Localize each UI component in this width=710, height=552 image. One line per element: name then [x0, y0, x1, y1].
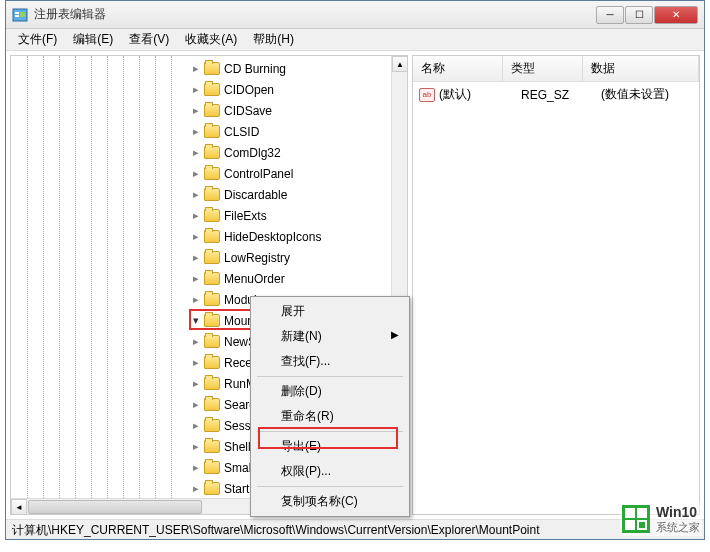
col-type[interactable]: 类型	[503, 56, 583, 81]
tree-item-label: Discardable	[224, 188, 287, 202]
tree-item-label: CD Burning	[224, 62, 286, 76]
tree-item[interactable]: ▸Discardable	[13, 184, 389, 205]
tree-expander-icon[interactable]: ▸	[189, 188, 203, 202]
tree-item[interactable]: ▸MenuOrder	[13, 268, 389, 289]
maximize-button[interactable]: ☐	[625, 6, 653, 24]
folder-icon	[204, 335, 220, 348]
folder-icon	[204, 398, 220, 411]
context-item[interactable]: 删除(D)	[253, 379, 407, 404]
tree-item-label: CIDOpen	[224, 83, 274, 97]
context-item[interactable]: 查找(F)...	[253, 349, 407, 374]
list-header: 名称 类型 数据	[413, 56, 699, 82]
folder-icon	[204, 440, 220, 453]
folder-icon	[204, 356, 220, 369]
watermark-line1: Win10	[656, 504, 700, 521]
tree-expander-icon[interactable]: ▸	[189, 419, 203, 433]
context-item[interactable]: 权限(P)...	[253, 459, 407, 484]
tree-expander-icon[interactable]: ▸	[189, 377, 203, 391]
menubar: 文件(F) 编辑(E) 查看(V) 收藏夹(A) 帮助(H)	[6, 29, 704, 51]
menu-view[interactable]: 查看(V)	[121, 29, 177, 50]
titlebar[interactable]: 注册表编辑器 ─ ☐ ✕	[6, 1, 704, 29]
tree-item-label: CLSID	[224, 125, 259, 139]
menu-favorites[interactable]: 收藏夹(A)	[177, 29, 245, 50]
close-button[interactable]: ✕	[654, 6, 698, 24]
folder-icon	[204, 104, 220, 117]
tree-item[interactable]: ▸CD Burning	[13, 58, 389, 79]
folder-icon	[204, 209, 220, 222]
tree-expander-icon[interactable]: ▸	[189, 461, 203, 475]
tree-expander-icon[interactable]: ▸	[189, 272, 203, 286]
value-name: (默认)	[439, 86, 521, 103]
svg-rect-3	[20, 12, 25, 17]
hscroll-thumb[interactable]	[28, 500, 202, 514]
context-item[interactable]: 导出(E)	[253, 434, 407, 459]
list-body: ab (默认) REG_SZ (数值未设置)	[413, 82, 699, 514]
tree-item[interactable]: ▸FileExts	[13, 205, 389, 226]
tree-item[interactable]: ▸ComDlg32	[13, 142, 389, 163]
tree-expander-icon[interactable]: ▸	[189, 62, 203, 76]
watermark-logo-icon	[622, 505, 650, 533]
tree-item-label: CIDSave	[224, 104, 272, 118]
col-name[interactable]: 名称	[413, 56, 503, 81]
tree-expander-icon[interactable]: ▸	[189, 251, 203, 265]
tree-item[interactable]: ▸ControlPanel	[13, 163, 389, 184]
folder-icon	[204, 146, 220, 159]
folder-icon	[204, 461, 220, 474]
col-data[interactable]: 数据	[583, 56, 699, 81]
folder-icon	[204, 251, 220, 264]
value-data: (数值未设置)	[601, 86, 693, 103]
svg-rect-1	[15, 12, 19, 14]
context-item[interactable]: 重命名(R)	[253, 404, 407, 429]
tree-expander-icon[interactable]: ▸	[189, 167, 203, 181]
list-row[interactable]: ab (默认) REG_SZ (数值未设置)	[415, 84, 697, 105]
tree-item-label: ComDlg32	[224, 146, 281, 160]
tree-expander-icon[interactable]: ▸	[189, 356, 203, 370]
minimize-button[interactable]: ─	[596, 6, 624, 24]
tree-item-label: ControlPanel	[224, 167, 293, 181]
tree-item[interactable]: ▸CLSID	[13, 121, 389, 142]
tree-expander-icon[interactable]: ▸	[189, 125, 203, 139]
regedit-icon	[12, 7, 28, 23]
tree-expander-icon[interactable]: ▸	[189, 482, 203, 496]
menu-file[interactable]: 文件(F)	[10, 29, 65, 50]
context-separator	[257, 431, 403, 432]
tree-expander-icon[interactable]: ▸	[189, 146, 203, 160]
tree-item[interactable]: ▸CIDSave	[13, 100, 389, 121]
folder-icon	[204, 188, 220, 201]
folder-icon	[204, 272, 220, 285]
tree-expander-icon[interactable]: ▸	[189, 104, 203, 118]
context-item[interactable]: 展开	[253, 299, 407, 324]
tree-expander-icon[interactable]: ▸	[189, 83, 203, 97]
folder-icon	[204, 83, 220, 96]
tree-item-label: FileExts	[224, 209, 267, 223]
tree-item[interactable]: ▸HideDesktopIcons	[13, 226, 389, 247]
folder-icon	[204, 62, 220, 75]
tree-item[interactable]: ▸CIDOpen	[13, 79, 389, 100]
context-item[interactable]: 复制项名称(C)	[253, 489, 407, 514]
watermark-line2: 系统之家	[656, 521, 700, 534]
tree-expander-icon[interactable]: ▸	[189, 230, 203, 244]
menu-edit[interactable]: 编辑(E)	[65, 29, 121, 50]
context-menu: 展开新建(N)▶查找(F)...删除(D)重命名(R)导出(E)权限(P)...…	[250, 296, 410, 517]
tree-item-label: MenuOrder	[224, 272, 285, 286]
submenu-arrow-icon: ▶	[391, 329, 399, 340]
context-item[interactable]: 新建(N)▶	[253, 324, 407, 349]
folder-icon	[204, 377, 220, 390]
folder-icon	[204, 293, 220, 306]
tree-expander-icon[interactable]: ▸	[189, 398, 203, 412]
tree-item-label: HideDesktopIcons	[224, 230, 321, 244]
tree-expander-icon[interactable]: ▸	[189, 293, 203, 307]
tree-expander-icon[interactable]: ▸	[189, 335, 203, 349]
tree-expander-icon[interactable]: ▸	[189, 440, 203, 454]
statusbar: 计算机\HKEY_CURRENT_USER\Software\Microsoft…	[6, 519, 704, 539]
svg-rect-2	[15, 15, 19, 17]
tree-expander-icon[interactable]: ▸	[189, 209, 203, 223]
scroll-left-button[interactable]: ◄	[11, 499, 27, 515]
tree-item[interactable]: ▸LowRegistry	[13, 247, 389, 268]
menu-help[interactable]: 帮助(H)	[245, 29, 302, 50]
list-pane[interactable]: 名称 类型 数据 ab (默认) REG_SZ (数值未设置)	[412, 55, 700, 515]
window-title: 注册表编辑器	[34, 6, 596, 23]
scroll-up-button[interactable]: ▲	[392, 56, 408, 72]
value-type: REG_SZ	[521, 88, 601, 102]
tree-item-label: LowRegistry	[224, 251, 290, 265]
